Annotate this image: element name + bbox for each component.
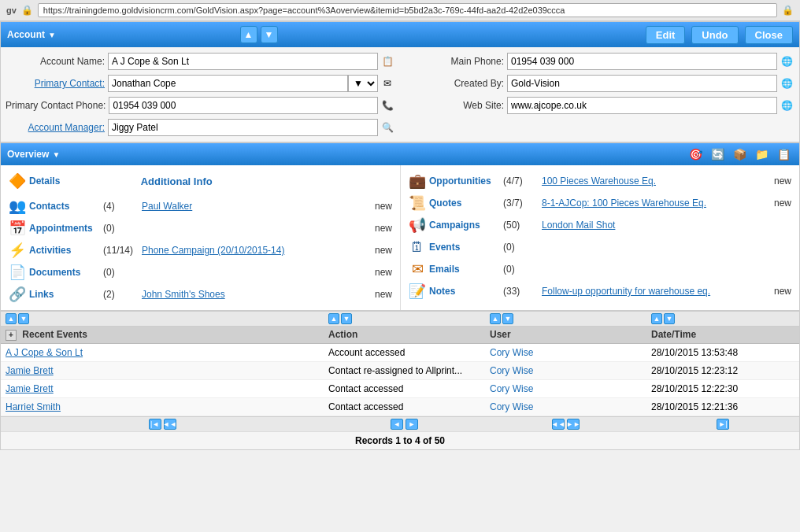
notes-row: 📝 Notes (33) Follow-up opportunity for w… (409, 280, 791, 302)
overview-icon-5[interactable]: 📋 (774, 145, 793, 164)
quotes-link[interactable]: 8-1-AJCop: 100 Pieces Warehouse Eq. (542, 198, 771, 209)
edit-button[interactable]: Edit (646, 26, 686, 44)
td-user[interactable]: Cory Wise (485, 401, 646, 412)
sort-user-asc[interactable]: ▲ (490, 313, 501, 324)
form-left: Account Name: 📋 Primary Contact: ▼ ✉ Pri… (1, 50, 400, 139)
account-name-row: Account Name: 📋 (1, 50, 400, 72)
search-icon[interactable]: 🔍 (380, 120, 395, 135)
opportunities-link[interactable]: 100 Pieces Warehouse Eq. (542, 175, 771, 187)
campaigns-label[interactable]: Campaigns (429, 220, 500, 231)
appointments-label[interactable]: Appointments (29, 223, 100, 234)
primary-contact-phone-input[interactable] (109, 97, 378, 114)
contacts-icon: 👥 (9, 198, 26, 215)
opportunities-label[interactable]: Opportunities (429, 175, 500, 187)
account-name-input[interactable] (108, 53, 378, 70)
th-event-text: Recent Events (22, 329, 87, 340)
overview-content: 🔶 Details Additional Info 👥 Contacts (4)… (1, 165, 799, 311)
td-user[interactable]: Cory Wise (485, 383, 646, 394)
sort-action-desc[interactable]: ▼ (341, 313, 352, 324)
nav-up-button[interactable]: ▲ (240, 26, 257, 43)
campaigns-icon: 📢 (409, 216, 426, 234)
activities-link[interactable]: Phone Campaign (20/10/2015-14) (142, 245, 372, 256)
close-button[interactable]: Close (745, 26, 793, 44)
events-label[interactable]: Events (429, 242, 500, 253)
event-link[interactable]: Jamie Brett (6, 383, 54, 394)
primary-contact-label[interactable]: Primary Contact: (6, 78, 108, 89)
nav-down-button[interactable]: ▼ (261, 26, 278, 43)
phone-icon[interactable]: 📞 (380, 98, 395, 113)
event-link[interactable]: A J Cope & Son Lt (6, 347, 83, 358)
web-site-input[interactable] (507, 97, 777, 114)
account-dropdown-icon[interactable]: ▼ (48, 31, 56, 39)
documents-row: 📄 Documents (0) new (9, 261, 392, 283)
sort-date-asc[interactable]: ▲ (651, 313, 662, 324)
activities-label[interactable]: Activities (29, 245, 100, 256)
appointments-icon: 📅 (9, 220, 26, 237)
main-phone-icon[interactable]: 🌐 (779, 54, 794, 69)
page-next-user[interactable]: ►► (567, 419, 580, 430)
td-action: Contact re-assigned to Allprint... (324, 365, 485, 376)
expand-button[interactable]: + (6, 330, 17, 341)
web-site-row: Web Site: 🌐 (400, 94, 799, 116)
main-phone-input[interactable] (507, 53, 777, 70)
url-bar[interactable]: https://trainingdemo.goldvisioncrm.com/G… (38, 3, 777, 17)
notes-label[interactable]: Notes (429, 286, 500, 297)
details-icon: 🔶 (9, 172, 26, 190)
quotes-label[interactable]: Quotes (429, 198, 500, 209)
overview-icon-3[interactable]: 📦 (730, 145, 749, 164)
primary-contact-input[interactable] (108, 75, 348, 92)
sort-action-asc[interactable]: ▲ (328, 313, 339, 324)
overview-icon-2[interactable]: 🔄 (708, 145, 727, 164)
contacts-new: new (375, 201, 392, 212)
documents-label[interactable]: Documents (29, 267, 100, 278)
emails-label[interactable]: Emails (429, 264, 500, 275)
sort-date-desc[interactable]: ▼ (664, 313, 675, 324)
td-action: Contact accessed (324, 401, 485, 412)
sort-event-asc[interactable]: ▲ (6, 313, 17, 324)
form-area: Account Name: 📋 Primary Contact: ▼ ✉ Pri… (1, 47, 799, 143)
created-by-input[interactable] (507, 75, 777, 92)
undo-button[interactable]: Undo (691, 26, 738, 44)
activities-count: (11/14) (103, 245, 139, 256)
sort-user-desc[interactable]: ▼ (502, 313, 513, 324)
primary-contact-dropdown[interactable]: ▼ (348, 75, 378, 92)
page-prev2[interactable]: ◄◄ (164, 419, 176, 430)
th-event: + Recent Events (1, 329, 324, 341)
contacts-link[interactable]: Paul Walker (142, 201, 372, 212)
table-body: A J Cope & Son Lt Account accessed Cory … (1, 344, 799, 416)
notes-link[interactable]: Follow-up opportunity for warehouse eq. (542, 286, 771, 297)
primary-contact-email-icon[interactable]: ✉ (380, 76, 395, 91)
main-phone-row: Main Phone: 🌐 (400, 50, 799, 72)
web-site-icon[interactable]: 🌐 (779, 98, 794, 113)
page-first[interactable]: |◄ (149, 419, 161, 430)
td-datetime: 28/10/2015 12:22:30 (646, 383, 799, 394)
details-label[interactable]: Details (29, 175, 100, 187)
quotes-new: new (774, 198, 791, 209)
overview-icon-1[interactable]: 🎯 (686, 145, 705, 164)
links-link[interactable]: John Smith's Shoes (142, 289, 372, 300)
campaigns-link[interactable]: London Mail Shot (542, 220, 791, 231)
td-user[interactable]: Cory Wise (485, 347, 646, 358)
account-manager-label[interactable]: Account Manager: (6, 122, 108, 133)
overview-dropdown-icon[interactable]: ▼ (52, 150, 60, 159)
page-next-action[interactable]: ► (406, 419, 418, 430)
appointments-new: new (375, 223, 392, 234)
overview-icon-4[interactable]: 📁 (752, 145, 771, 164)
td-user[interactable]: Cory Wise (485, 365, 646, 376)
browser-bar: gv 🔒 https://trainingdemo.goldvisioncrm.… (0, 0, 800, 21)
account-manager-input[interactable] (108, 119, 378, 136)
page-prev-user[interactable]: ◄◄ (552, 419, 565, 430)
page-last[interactable]: ►| (717, 419, 729, 430)
event-link[interactable]: Harriet Smith (6, 401, 61, 412)
contacts-label[interactable]: Contacts (29, 201, 100, 212)
main-container: Account ▼ ▲ ▼ Edit Undo Close Account Na… (0, 21, 800, 450)
sort-event-desc[interactable]: ▼ (18, 313, 29, 324)
links-label[interactable]: Links (29, 289, 100, 300)
contacts-count: (4) (103, 201, 139, 212)
opportunities-new: new (774, 175, 791, 187)
account-name-icon[interactable]: 📋 (380, 54, 395, 69)
created-by-icon[interactable]: 🌐 (779, 76, 794, 91)
ssl-icon: 🔒 (782, 5, 794, 16)
event-link[interactable]: Jamie Brett (6, 365, 54, 376)
page-prev-action[interactable]: ◄ (391, 419, 403, 430)
